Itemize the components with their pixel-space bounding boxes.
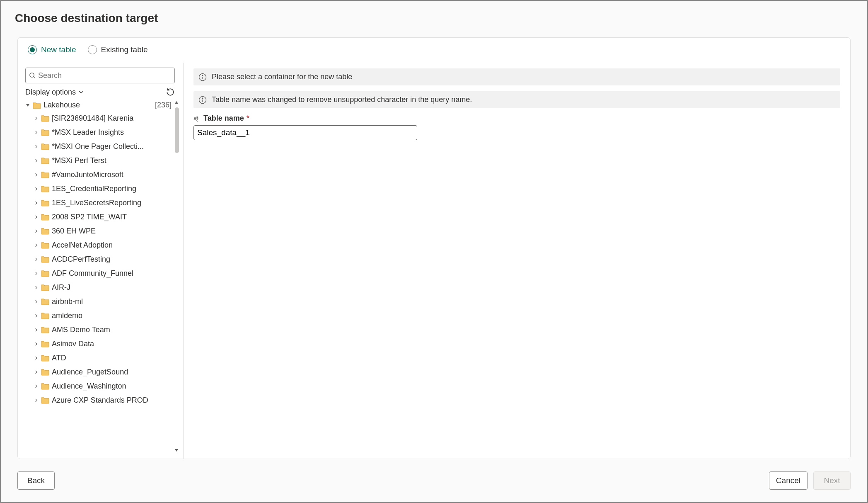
folder-tree[interactable]: Lakehouse [236] [SIR236901484] Karenia*M… bbox=[25, 99, 180, 454]
table-name-field: A B C Table name * bbox=[193, 114, 840, 140]
display-options-button[interactable]: Display options bbox=[25, 88, 84, 97]
chevron-down-icon bbox=[78, 89, 84, 95]
tree-root[interactable]: Lakehouse [236] bbox=[25, 99, 172, 111]
scroll-thumb[interactable] bbox=[175, 107, 179, 153]
scroll-track[interactable] bbox=[175, 107, 179, 445]
folder-icon bbox=[41, 368, 49, 376]
tree-item-label: *MSX Leader Insights bbox=[52, 126, 124, 138]
folder-icon bbox=[41, 298, 49, 305]
tree-item[interactable]: *MSXi Perf Terst bbox=[34, 153, 172, 168]
caret-down-icon bbox=[25, 103, 30, 108]
tree-item[interactable]: 2008 SP2 TIME_WAIT bbox=[34, 210, 172, 224]
caret-right-icon bbox=[34, 172, 39, 177]
caret-right-icon bbox=[34, 214, 39, 219]
folder-icon bbox=[41, 185, 49, 192]
folder-icon bbox=[41, 227, 49, 235]
svg-point-7 bbox=[202, 75, 203, 76]
tree-item-label: AMS Demo Team bbox=[52, 324, 110, 335]
tree-item[interactable]: Asimov Data bbox=[34, 337, 172, 351]
folder-icon bbox=[41, 382, 49, 390]
radio-existing-table[interactable]: Existing table bbox=[88, 45, 148, 54]
folder-icon bbox=[33, 102, 41, 109]
caret-right-icon bbox=[34, 200, 39, 205]
folder-icon bbox=[41, 199, 49, 207]
tree-root-count: [236] bbox=[155, 101, 172, 109]
info-text: Please select a container for the new ta… bbox=[212, 73, 352, 81]
main-card: New table Existing table Display options bbox=[17, 37, 851, 459]
tree-item[interactable]: ACDCPerfTesting bbox=[34, 252, 172, 266]
tree-item[interactable]: AMS Demo Team bbox=[34, 323, 172, 337]
table-mode-radio-group: New table Existing table bbox=[18, 38, 850, 54]
tree-item[interactable]: 1ES_CredentialReporting bbox=[34, 182, 172, 196]
info-icon bbox=[198, 73, 207, 81]
svg-point-0 bbox=[30, 73, 34, 77]
svg-point-10 bbox=[202, 98, 203, 99]
caret-right-icon bbox=[34, 327, 39, 332]
folder-icon bbox=[41, 129, 49, 136]
tree-item[interactable]: 1ES_LiveSecretsReporting bbox=[34, 196, 172, 210]
field-label: A B C Table name * bbox=[193, 114, 840, 123]
destination-dialog: Choose destination target New table Exis… bbox=[2, 2, 866, 501]
caret-right-icon bbox=[34, 271, 39, 276]
tree-item-label: 1ES_LiveSecretsReporting bbox=[52, 197, 141, 209]
body-split: Display options Lakehouse [236] bbox=[18, 63, 850, 459]
tree-item-label: [SIR236901484] Karenia bbox=[52, 112, 133, 124]
tree-item-label: ATD bbox=[52, 352, 66, 364]
folder-icon bbox=[41, 241, 49, 249]
table-name-input[interactable] bbox=[193, 125, 417, 140]
scroll-up-button[interactable] bbox=[173, 99, 180, 106]
tree-item-label: Azure CXP Standards PROD bbox=[52, 394, 148, 406]
caret-right-icon bbox=[34, 144, 39, 149]
search-input[interactable] bbox=[38, 71, 171, 80]
svg-marker-3 bbox=[175, 101, 178, 104]
tree-item-label: *MSXI One Pager Collecti... bbox=[52, 141, 144, 152]
tree-item-label: airbnb-ml bbox=[52, 296, 83, 307]
caret-right-icon bbox=[34, 384, 39, 389]
folder-icon bbox=[41, 171, 49, 178]
tree-item-label: 2008 SP2 TIME_WAIT bbox=[52, 211, 127, 223]
scroll-down-button[interactable] bbox=[173, 447, 180, 454]
tree-item[interactable]: #VamoJuntoMicrosoft bbox=[34, 168, 172, 182]
folder-icon bbox=[41, 270, 49, 277]
caret-right-icon bbox=[34, 257, 39, 262]
info-select-container: Please select a container for the new ta… bbox=[193, 68, 840, 85]
tree-item[interactable]: AccelNet Adoption bbox=[34, 238, 172, 252]
tree-item[interactable]: [SIR236901484] Karenia bbox=[34, 111, 172, 125]
tree-item[interactable]: Audience_PugetSound bbox=[34, 365, 172, 379]
tree-item-label: AccelNet Adoption bbox=[52, 239, 113, 251]
radio-new-table[interactable]: New table bbox=[28, 45, 76, 54]
radio-indicator bbox=[88, 45, 97, 54]
display-options-label: Display options bbox=[25, 88, 76, 97]
caret-right-icon bbox=[34, 116, 39, 121]
tree-item[interactable]: *MSX Leader Insights bbox=[34, 125, 172, 139]
tree-item[interactable]: ATD bbox=[34, 351, 172, 365]
search-box[interactable] bbox=[25, 68, 175, 83]
cancel-button[interactable]: Cancel bbox=[769, 471, 808, 490]
caret-right-icon bbox=[34, 285, 39, 290]
caret-right-icon bbox=[34, 369, 39, 374]
svg-line-1 bbox=[34, 77, 35, 78]
tree-item[interactable]: Audience_Washington bbox=[34, 379, 172, 393]
svg-text:B: B bbox=[196, 116, 198, 119]
caret-right-icon bbox=[34, 398, 39, 403]
folder-icon bbox=[41, 326, 49, 333]
back-button[interactable]: Back bbox=[17, 471, 55, 490]
dialog-title: Choose destination target bbox=[2, 2, 866, 30]
tree-item[interactable]: 360 EH WPE bbox=[34, 224, 172, 238]
folder-icon bbox=[41, 396, 49, 404]
tree-item-label: #VamoJuntoMicrosoft bbox=[52, 169, 123, 180]
tree-item[interactable]: AIR-J bbox=[34, 280, 172, 294]
refresh-icon[interactable] bbox=[166, 87, 175, 97]
next-button: Next bbox=[813, 471, 851, 490]
tree-item[interactable]: *MSXI One Pager Collecti... bbox=[34, 139, 172, 153]
tree-wrap: Lakehouse [236] [SIR236901484] Karenia*M… bbox=[25, 99, 180, 454]
tree-item[interactable]: Azure CXP Standards PROD bbox=[34, 393, 172, 407]
table-name-label: Table name bbox=[203, 114, 244, 123]
caret-right-icon bbox=[34, 186, 39, 191]
tree-item[interactable]: ADF Community_Funnel bbox=[34, 266, 172, 280]
tree-item[interactable]: amldemo bbox=[34, 309, 172, 323]
caret-right-icon bbox=[34, 313, 39, 318]
folder-icon bbox=[41, 157, 49, 164]
tree-item-label: AIR-J bbox=[52, 282, 70, 293]
tree-item[interactable]: airbnb-ml bbox=[34, 294, 172, 309]
